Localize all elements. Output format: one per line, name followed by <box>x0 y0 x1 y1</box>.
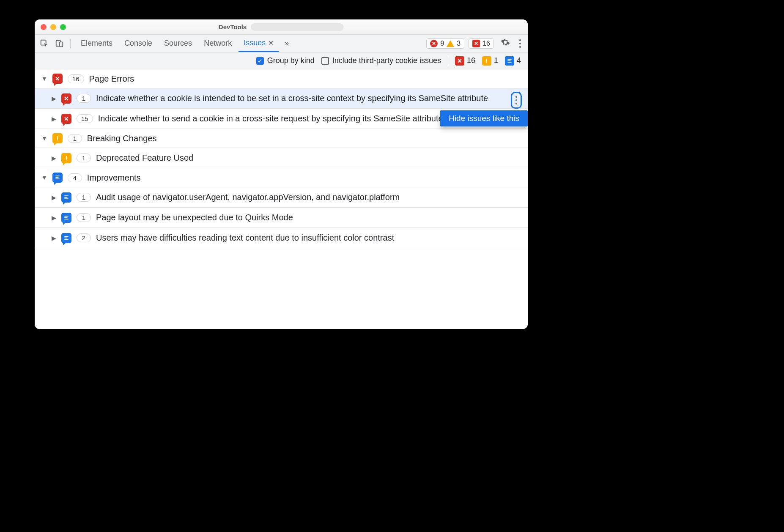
group-count: 1 <box>68 134 82 143</box>
svg-rect-2 <box>60 42 63 47</box>
tab-network[interactable]: Network <box>199 35 237 52</box>
issue-row[interactable]: ▶ ✕ 1 Indicate whether a cookie is inten… <box>35 88 528 109</box>
more-tabs-button[interactable]: » <box>280 39 293 48</box>
issue-count: 1 <box>77 94 91 103</box>
group-label: Page Errors <box>89 74 134 84</box>
info-bubble-icon <box>61 233 71 243</box>
chevron-down-icon: ▼ <box>41 75 47 82</box>
issue-text: Audit usage of navigator.userAgent, navi… <box>96 192 521 203</box>
titlebar: DevTools <box>35 19 528 35</box>
group-by-kind-toggle[interactable]: ✓ Group by kind <box>256 56 315 65</box>
error-bubble-icon: ✕ <box>61 93 71 104</box>
issues-status-pill[interactable]: ✕ 16 <box>469 38 494 49</box>
devtools-toolbar: Elements Console Sources Network Issues … <box>35 35 528 52</box>
tab-issues-label: Issues <box>244 38 266 47</box>
window-zoom-button[interactable] <box>60 24 66 30</box>
issue-text: Indicate whether a cookie is intended to… <box>96 93 521 104</box>
issue-count: 15 <box>77 114 93 123</box>
tab-sources[interactable]: Sources <box>159 35 197 52</box>
chevron-right-icon: ▶ <box>52 95 56 102</box>
warning-icon <box>447 40 454 47</box>
issue-text: Page layout may be unexpected due to Qui… <box>96 212 521 223</box>
error-count: 9 <box>440 40 444 47</box>
warning-pill-count: 1 <box>494 56 498 65</box>
issue-text: Deprecated Feature Used <box>96 152 521 164</box>
issue-count: 1 <box>77 213 91 222</box>
warning-count: 3 <box>457 40 461 47</box>
group-count: 4 <box>68 173 82 182</box>
issues-error-icon: ✕ <box>472 40 480 47</box>
group-breaking-changes[interactable]: ▼ ! 1 Breaking Changes <box>35 129 528 148</box>
window-title: DevTools <box>219 23 247 30</box>
context-menu[interactable]: Hide issues like this <box>440 110 528 126</box>
issue-kebab-button[interactable] <box>511 92 522 109</box>
tab-console[interactable]: Console <box>119 35 157 52</box>
info-bubble-icon <box>505 56 514 66</box>
chevron-right-icon: ▶ <box>52 235 56 241</box>
issue-row[interactable]: ▶ 2 Users may have difficulties reading … <box>35 228 528 248</box>
error-count-pill[interactable]: ✕ 16 <box>455 56 475 66</box>
group-label: Improvements <box>87 173 141 183</box>
group-by-kind-label: Group by kind <box>267 56 315 65</box>
window-close-button[interactable] <box>41 24 47 30</box>
url-pill <box>251 23 344 31</box>
error-icon: ✕ <box>430 40 438 47</box>
group-label: Breaking Changes <box>87 134 157 143</box>
toolbar-kebab-icon[interactable] <box>517 38 524 49</box>
device-toggle-icon[interactable] <box>55 39 64 48</box>
issue-row[interactable]: ▶ 1 Page layout may be unexpected due to… <box>35 208 528 228</box>
group-improvements[interactable]: ▼ 4 Improvements <box>35 168 528 187</box>
group-count: 16 <box>68 74 84 83</box>
error-bubble-icon: ✕ <box>61 114 71 124</box>
error-bubble-icon: ✕ <box>455 56 464 66</box>
info-pill-count: 4 <box>517 56 521 65</box>
issue-row[interactable]: ▶ 1 Audit usage of navigator.userAgent, … <box>35 187 528 208</box>
warning-bubble-icon: ! <box>482 56 491 66</box>
context-menu-item-hide[interactable]: Hide issues like this <box>449 114 519 123</box>
group-page-errors[interactable]: ▼ ✕ 16 Page Errors <box>35 69 528 88</box>
info-bubble-icon <box>61 192 71 203</box>
checkbox-unchecked-icon <box>321 57 329 65</box>
issue-count: 1 <box>77 193 91 202</box>
issue-count: 1 <box>77 154 91 162</box>
third-party-label: Include third-party cookie issues <box>332 56 441 65</box>
issues-panel: ▼ ✕ 16 Page Errors ▶ ✕ 1 Indicate whethe… <box>35 69 528 329</box>
third-party-toggle[interactable]: Include third-party cookie issues <box>321 56 441 65</box>
info-bubble-icon <box>61 213 71 223</box>
chevron-down-icon: ▼ <box>41 135 47 142</box>
chevron-right-icon: ▶ <box>52 214 56 221</box>
devtools-window: DevTools Elements Console Sources Networ… <box>35 19 528 329</box>
warning-count-pill[interactable]: ! 1 <box>482 56 498 66</box>
issues-count: 16 <box>482 40 490 47</box>
inspect-icon[interactable] <box>40 39 49 48</box>
warning-bubble-icon: ! <box>61 153 71 163</box>
settings-gear-icon[interactable] <box>498 38 513 49</box>
close-tab-icon[interactable]: ✕ <box>268 39 274 47</box>
info-bubble-icon <box>52 173 63 183</box>
issue-count: 2 <box>77 233 91 242</box>
checkbox-checked-icon: ✓ <box>256 57 264 65</box>
warning-bubble-icon: ! <box>52 133 63 143</box>
error-pill-count: 16 <box>467 56 475 65</box>
chevron-right-icon: ▶ <box>52 155 56 162</box>
console-status-pill[interactable]: ✕ 9 3 <box>426 38 464 49</box>
error-bubble-icon: ✕ <box>52 74 63 84</box>
tab-elements[interactable]: Elements <box>76 35 118 52</box>
window-controls <box>41 24 66 30</box>
tab-issues[interactable]: Issues ✕ <box>238 35 279 52</box>
chevron-right-icon: ▶ <box>52 194 56 201</box>
chevron-down-icon: ▼ <box>41 174 47 181</box>
chevron-right-icon: ▶ <box>52 115 56 122</box>
issue-text: Users may have difficulties reading text… <box>96 232 521 244</box>
window-minimize-button[interactable] <box>50 24 56 30</box>
issues-option-bar: ✓ Group by kind Include third-party cook… <box>35 52 528 69</box>
info-count-pill[interactable]: 4 <box>505 56 521 66</box>
divider <box>448 56 448 66</box>
issue-row[interactable]: ▶ ! 1 Deprecated Feature Used <box>35 148 528 168</box>
